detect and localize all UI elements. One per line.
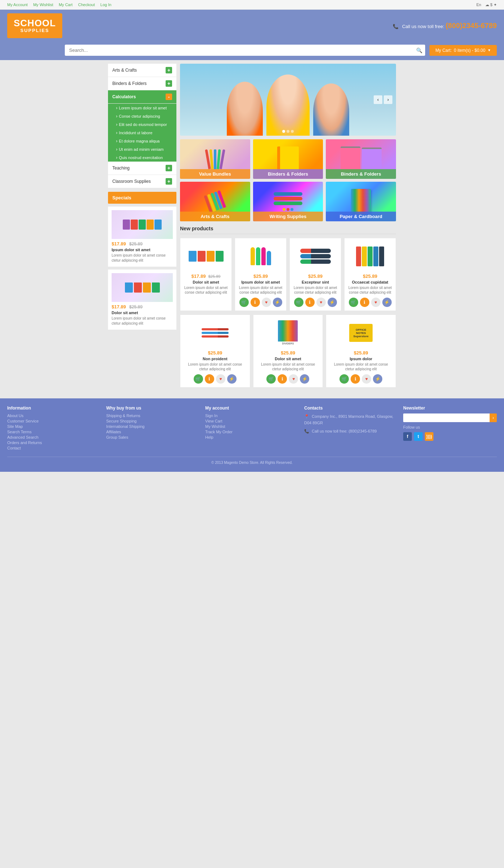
add-to-cart-button[interactable]: 🛒: [266, 374, 276, 384]
newsletter-input[interactable]: [403, 413, 490, 422]
category-arts-crafts[interactable]: Arts & Crafts: [180, 182, 250, 221]
submenu-item-2[interactable]: Elit sed do eiusmod tempor: [108, 120, 176, 128]
footer-sign-in[interactable]: Sign In: [205, 413, 299, 418]
footer-contacts: Contacts 📍 Company Inc., 8901 Marmora Ro…: [304, 406, 398, 451]
sidebar-item-binders[interactable]: Binders & Folders +: [108, 77, 176, 90]
sidebar-item-teaching[interactable]: Teaching +: [108, 162, 176, 175]
logo[interactable]: SCHOOL SUPPLIES: [7, 13, 62, 38]
footer-international[interactable]: International Shipping: [106, 424, 200, 429]
add-to-cart-button[interactable]: 🛒: [294, 298, 303, 307]
sidebar-item-arts-crafts[interactable]: Arts & Crafts +: [108, 64, 176, 77]
sidebar-item-label: Arts & Crafts: [112, 68, 137, 73]
info-button[interactable]: ℹ: [351, 374, 360, 384]
category-value-bundles[interactable]: Value Bundles: [180, 139, 250, 179]
add-to-cart-button[interactable]: 🛒: [194, 374, 203, 384]
wishlist-button[interactable]: ♥: [289, 374, 298, 384]
footer-contact[interactable]: Contact: [7, 446, 101, 450]
category-label: Binders & Folders: [253, 169, 323, 179]
dot-1[interactable]: [282, 130, 285, 133]
my-cart-link[interactable]: My Cart: [59, 3, 73, 7]
notes-img: OFFICE NOTES Superstore: [349, 324, 373, 342]
folder-blue: [189, 251, 197, 262]
compare-button[interactable]: ⚡: [382, 298, 392, 307]
footer-affiliates[interactable]: Affiliates: [106, 430, 200, 434]
footer-information: Information About Us Customer Service Si…: [7, 406, 101, 451]
wishlist-button[interactable]: ♥: [371, 298, 381, 307]
footer-track-order[interactable]: Track My Order: [205, 430, 299, 434]
footer-site-map[interactable]: Site Map: [7, 424, 101, 429]
info-button[interactable]: ℹ: [251, 298, 260, 307]
info-button[interactable]: ℹ: [305, 298, 315, 307]
search-button[interactable]: 🔍: [416, 48, 422, 53]
folder-orange: [143, 282, 151, 293]
product-markers: $25.89 Ipsum dolor sit amet Lorem ipsum …: [235, 238, 287, 311]
spiral-notebook-2: [362, 148, 382, 171]
category-label: Arts & Crafts: [180, 212, 250, 221]
category-binders-2[interactable]: Binders & Folders: [326, 139, 396, 179]
sidebar-item-classroom[interactable]: Classroom Supplies +: [108, 175, 176, 188]
info-button[interactable]: ℹ: [205, 374, 214, 384]
folder-blue: [125, 282, 133, 293]
cart-button[interactable]: My Cart: 0 item(s) - $0.00 ▼: [429, 45, 497, 56]
compare-button[interactable]: ⚡: [227, 374, 237, 384]
footer-group-sales[interactable]: Group Sales: [106, 435, 200, 439]
notebook-blue: [154, 220, 162, 230]
submenu-item-0[interactable]: Lorem ipsum dolor sit amet: [108, 104, 176, 112]
phone-icon: 📞: [393, 24, 399, 29]
currency-icon[interactable]: ☁ $ ✦: [485, 3, 497, 7]
info-button[interactable]: ℹ: [360, 298, 369, 307]
wishlist-button[interactable]: ♥: [262, 298, 271, 307]
submenu-item-4[interactable]: Et dolore magna aliqua: [108, 137, 176, 145]
wishlist-button[interactable]: ♥: [362, 374, 371, 384]
twitter-icon[interactable]: t: [414, 432, 423, 441]
add-to-cart-button[interactable]: 🛒: [349, 298, 358, 307]
footer-orders-returns[interactable]: Orders and Returns: [7, 440, 101, 445]
product-desc: Lorem ipsum dolor sit amet conse ctetur …: [257, 362, 319, 371]
add-to-cart-button[interactable]: 🛒: [339, 374, 349, 384]
compare-button[interactable]: ⚡: [328, 298, 337, 307]
add-to-cart-button[interactable]: 🛒: [239, 298, 249, 307]
marker-blue: [267, 251, 271, 265]
newsletter-submit[interactable]: ›: [490, 413, 497, 422]
wishlist-button[interactable]: ♥: [216, 374, 225, 384]
product-desc: Lorem ipsum dolor sit amet conse ctetur …: [239, 285, 283, 295]
footer-wishlist[interactable]: My Wishlist: [205, 424, 299, 429]
category-paper[interactable]: Paper & Cardboard: [326, 182, 396, 221]
footer-shipping[interactable]: Shipping & Returns: [106, 413, 200, 418]
search-input[interactable]: [65, 45, 425, 56]
category-binders-1[interactable]: Binders & Folders: [253, 139, 323, 179]
footer-search-terms[interactable]: Search Terms: [7, 430, 101, 434]
compare-button[interactable]: ⚡: [373, 374, 382, 384]
compare-button[interactable]: ⚡: [300, 374, 309, 384]
submenu-item-1[interactable]: Conse ctetur adipiscing: [108, 112, 176, 120]
footer-secure[interactable]: Secure Shopping: [106, 419, 200, 423]
checkout-link[interactable]: Checkout: [78, 3, 95, 7]
rss-icon[interactable]: )))): [425, 432, 433, 441]
submenu-item-5[interactable]: Ut enim ad minim veniam: [108, 145, 176, 153]
paper-stack: [351, 189, 371, 214]
footer-view-cart[interactable]: View Cart: [205, 419, 299, 423]
top-bar: My Account My Wishlist My Cart Checkout …: [0, 0, 504, 10]
my-wishlist-link[interactable]: My Wishlist: [33, 3, 53, 7]
my-account-link[interactable]: My Account: [7, 3, 28, 7]
product-desc: Lorem ipsum dolor sit amet conse ctetur …: [330, 362, 392, 371]
submenu-item-6[interactable]: Quis nostrud exercitation: [108, 153, 176, 162]
footer-about-us[interactable]: About Us: [7, 413, 101, 418]
footer-help[interactable]: Help: [205, 435, 299, 439]
dot-3[interactable]: [291, 130, 294, 133]
login-link[interactable]: Log In: [100, 3, 112, 7]
info-button[interactable]: ℹ: [278, 374, 287, 384]
category-writing[interactable]: Writing Supplies: [253, 182, 323, 221]
wishlist-button[interactable]: ♥: [316, 298, 326, 307]
language-selector[interactable]: En: [476, 3, 481, 7]
submenu-item-3[interactable]: Incididunt ut labore: [108, 128, 176, 137]
footer-customer-service[interactable]: Customer Service: [7, 419, 101, 423]
compare-button[interactable]: ⚡: [273, 298, 282, 307]
dot-2[interactable]: [287, 130, 289, 133]
logo-subtitle: SUPPLIES: [14, 28, 56, 33]
slider-next[interactable]: ›: [384, 95, 392, 104]
facebook-icon[interactable]: f: [403, 432, 412, 441]
footer-advanced-search[interactable]: Advanced Search: [7, 435, 101, 439]
slider-prev[interactable]: ‹: [374, 95, 382, 104]
sidebar-item-calculators[interactable]: Calculators -: [108, 90, 176, 104]
